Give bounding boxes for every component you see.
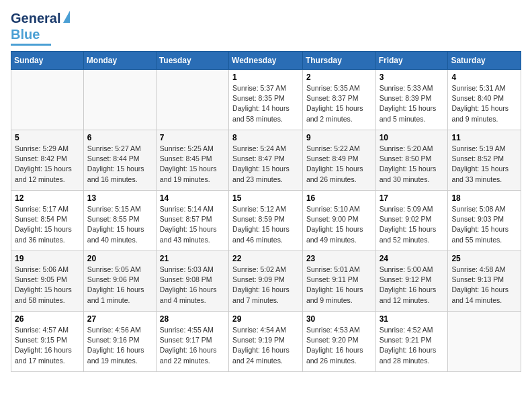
day-number: 30 — [306, 314, 372, 324]
day-info: Sunrise: 5:31 AM Sunset: 8:40 PM Dayligh… — [451, 83, 517, 124]
day-number: 6 — [87, 133, 152, 142]
calendar-cell: 28Sunrise: 4:55 AM Sunset: 9:17 PM Dayli… — [156, 312, 228, 372]
day-info: Sunrise: 5:10 AM Sunset: 9:00 PM Dayligh… — [306, 204, 372, 245]
day-number: 1 — [232, 73, 299, 82]
day-info: Sunrise: 5:33 AM Sunset: 8:39 PM Dayligh… — [380, 83, 445, 124]
calendar-cell: 13Sunrise: 5:15 AM Sunset: 8:55 PM Dayli… — [83, 191, 156, 251]
calendar-cell — [83, 70, 156, 130]
calendar-cell: 11Sunrise: 5:19 AM Sunset: 8:52 PM Dayli… — [448, 130, 521, 191]
calendar-cell: 17Sunrise: 5:09 AM Sunset: 9:02 PM Dayli… — [375, 191, 448, 251]
day-info: Sunrise: 5:08 AM Sunset: 9:03 PM Dayligh… — [451, 204, 517, 245]
calendar-cell: 23Sunrise: 5:01 AM Sunset: 9:11 PM Dayli… — [302, 251, 375, 312]
day-number: 18 — [451, 193, 517, 203]
week-row-5: 26Sunrise: 4:57 AM Sunset: 9:15 PM Dayli… — [11, 312, 521, 372]
day-info: Sunrise: 5:12 AM Sunset: 8:59 PM Dayligh… — [232, 204, 299, 245]
day-number: 16 — [306, 193, 372, 203]
day-number: 21 — [160, 254, 225, 263]
day-info: Sunrise: 5:37 AM Sunset: 8:35 PM Dayligh… — [232, 83, 299, 124]
day-number: 15 — [232, 193, 299, 203]
day-number: 23 — [306, 254, 372, 263]
day-info: Sunrise: 4:55 AM Sunset: 9:17 PM Dayligh… — [160, 325, 225, 366]
day-info: Sunrise: 4:57 AM Sunset: 9:15 PM Dayligh… — [15, 325, 80, 366]
calendar-cell: 19Sunrise: 5:06 AM Sunset: 9:05 PM Dayli… — [11, 251, 84, 312]
day-info: Sunrise: 5:14 AM Sunset: 8:57 PM Dayligh… — [160, 204, 225, 245]
day-number: 11 — [451, 133, 517, 142]
day-info: Sunrise: 5:00 AM Sunset: 9:12 PM Dayligh… — [380, 265, 445, 306]
calendar-cell: 9Sunrise: 5:22 AM Sunset: 8:49 PM Daylig… — [302, 130, 375, 191]
day-info: Sunrise: 4:58 AM Sunset: 9:13 PM Dayligh… — [451, 265, 517, 306]
day-number: 5 — [15, 133, 80, 142]
day-number: 12 — [15, 193, 80, 203]
day-number: 8 — [232, 133, 299, 142]
day-info: Sunrise: 5:27 AM Sunset: 8:44 PM Dayligh… — [87, 144, 152, 185]
header-thursday: Thursday — [302, 52, 375, 70]
calendar-cell: 26Sunrise: 4:57 AM Sunset: 9:15 PM Dayli… — [11, 312, 84, 372]
day-info: Sunrise: 4:54 AM Sunset: 9:19 PM Dayligh… — [232, 325, 299, 366]
day-info: Sunrise: 5:09 AM Sunset: 9:02 PM Dayligh… — [380, 204, 445, 245]
day-info: Sunrise: 4:56 AM Sunset: 9:16 PM Dayligh… — [87, 325, 152, 366]
day-info: Sunrise: 5:02 AM Sunset: 9:09 PM Dayligh… — [232, 265, 299, 306]
day-number: 29 — [232, 314, 299, 324]
calendar-cell: 21Sunrise: 5:03 AM Sunset: 9:08 PM Dayli… — [156, 251, 228, 312]
calendar-cell: 14Sunrise: 5:14 AM Sunset: 8:57 PM Dayli… — [156, 191, 228, 251]
week-row-2: 5Sunrise: 5:29 AM Sunset: 8:42 PM Daylig… — [11, 130, 521, 191]
header-tuesday: Tuesday — [156, 52, 228, 70]
calendar-cell: 15Sunrise: 5:12 AM Sunset: 8:59 PM Dayli… — [229, 191, 303, 251]
day-number: 31 — [380, 314, 445, 324]
day-number: 24 — [380, 254, 445, 263]
day-number: 22 — [232, 254, 299, 263]
day-number: 17 — [380, 193, 445, 203]
day-info: Sunrise: 4:53 AM Sunset: 9:20 PM Dayligh… — [306, 325, 372, 366]
day-number: 4 — [451, 73, 517, 82]
day-number: 3 — [380, 73, 445, 82]
header-sunday: Sunday — [11, 52, 84, 70]
day-info: Sunrise: 5:24 AM Sunset: 8:47 PM Dayligh… — [232, 144, 299, 185]
calendar-cell: 10Sunrise: 5:20 AM Sunset: 8:50 PM Dayli… — [375, 130, 448, 191]
calendar-cell: 3Sunrise: 5:33 AM Sunset: 8:39 PM Daylig… — [375, 70, 448, 130]
day-info: Sunrise: 5:20 AM Sunset: 8:50 PM Dayligh… — [380, 144, 445, 185]
calendar-cell — [11, 70, 84, 130]
day-number: 2 — [306, 73, 372, 82]
calendar-cell: 22Sunrise: 5:02 AM Sunset: 9:09 PM Dayli… — [229, 251, 303, 312]
logo: General Blue — [11, 11, 60, 46]
day-number: 19 — [15, 254, 80, 263]
calendar-cell: 6Sunrise: 5:27 AM Sunset: 8:44 PM Daylig… — [83, 130, 156, 191]
day-info: Sunrise: 5:06 AM Sunset: 9:05 PM Dayligh… — [15, 265, 80, 306]
header-monday: Monday — [83, 52, 156, 70]
day-number: 27 — [87, 314, 152, 324]
calendar-cell — [448, 312, 521, 372]
calendar-cell: 4Sunrise: 5:31 AM Sunset: 8:40 PM Daylig… — [448, 70, 521, 130]
page-header: General Blue — [11, 11, 521, 46]
day-number: 28 — [160, 314, 225, 324]
calendar-cell: 16Sunrise: 5:10 AM Sunset: 9:00 PM Dayli… — [302, 191, 375, 251]
calendar-cell — [156, 70, 228, 130]
day-number: 7 — [160, 133, 225, 142]
header-wednesday: Wednesday — [229, 52, 303, 70]
calendar-cell: 5Sunrise: 5:29 AM Sunset: 8:42 PM Daylig… — [11, 130, 84, 191]
calendar-cell: 25Sunrise: 4:58 AM Sunset: 9:13 PM Dayli… — [448, 251, 521, 312]
day-info: Sunrise: 5:05 AM Sunset: 9:06 PM Dayligh… — [87, 265, 152, 306]
week-row-4: 19Sunrise: 5:06 AM Sunset: 9:05 PM Dayli… — [11, 251, 521, 312]
header-friday: Friday — [375, 52, 448, 70]
calendar-cell: 7Sunrise: 5:25 AM Sunset: 8:45 PM Daylig… — [156, 130, 228, 191]
calendar-cell: 18Sunrise: 5:08 AM Sunset: 9:03 PM Dayli… — [448, 191, 521, 251]
day-number: 13 — [87, 193, 152, 203]
calendar-cell: 2Sunrise: 5:35 AM Sunset: 8:37 PM Daylig… — [302, 70, 375, 130]
logo-blue: Blue — [11, 27, 40, 42]
week-row-3: 12Sunrise: 5:17 AM Sunset: 8:54 PM Dayli… — [11, 191, 521, 251]
calendar-cell: 29Sunrise: 4:54 AM Sunset: 9:19 PM Dayli… — [229, 312, 303, 372]
day-info: Sunrise: 5:29 AM Sunset: 8:42 PM Dayligh… — [15, 144, 80, 185]
day-info: Sunrise: 5:22 AM Sunset: 8:49 PM Dayligh… — [306, 144, 372, 185]
calendar-cell: 20Sunrise: 5:05 AM Sunset: 9:06 PM Dayli… — [83, 251, 156, 312]
calendar-table: SundayMondayTuesdayWednesdayThursdayFrid… — [11, 51, 521, 372]
calendar-cell: 30Sunrise: 4:53 AM Sunset: 9:20 PM Dayli… — [302, 312, 375, 372]
calendar-cell: 8Sunrise: 5:24 AM Sunset: 8:47 PM Daylig… — [229, 130, 303, 191]
calendar-cell: 31Sunrise: 4:52 AM Sunset: 9:21 PM Dayli… — [375, 312, 448, 372]
day-info: Sunrise: 5:01 AM Sunset: 9:11 PM Dayligh… — [306, 265, 372, 306]
week-row-1: 1Sunrise: 5:37 AM Sunset: 8:35 PM Daylig… — [11, 70, 521, 130]
day-number: 25 — [451, 254, 517, 263]
day-number: 9 — [306, 133, 372, 142]
calendar-cell: 27Sunrise: 4:56 AM Sunset: 9:16 PM Dayli… — [83, 312, 156, 372]
day-info: Sunrise: 5:03 AM Sunset: 9:08 PM Dayligh… — [160, 265, 225, 306]
day-number: 14 — [160, 193, 225, 203]
